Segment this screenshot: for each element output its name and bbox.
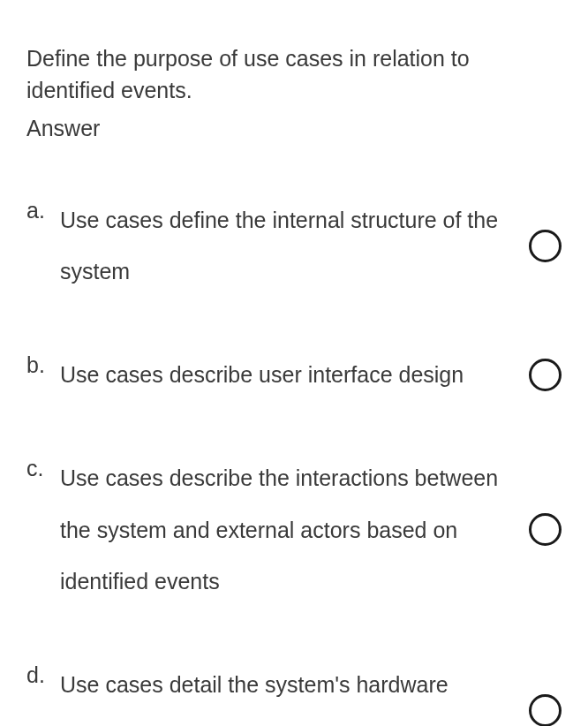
option-a-radio[interactable] [529,230,562,262]
option-c-letter: c. [26,452,60,486]
option-a-letter: a. [26,194,60,228]
option-c-content: c. Use cases describe the interactions b… [26,452,529,608]
header-partial-text [26,0,562,7]
option-c-row[interactable]: c. Use cases describe the interactions b… [26,452,562,608]
question-text: Define the purpose of use cases in relat… [26,42,562,107]
option-d-letter: d. [26,659,60,692]
option-d-radio[interactable] [529,694,562,726]
option-a-text: Use cases define the internal structure … [60,194,511,299]
option-b-content: b. Use cases describe user interface des… [26,349,529,401]
option-a-row[interactable]: a. Use cases define the internal structu… [26,194,562,299]
option-b-text: Use cases describe user interface design [60,349,511,401]
option-d-content: d. Use cases detail the system's hardwar… [26,659,529,726]
option-d-text: Use cases detail the system's hardware c… [60,659,511,726]
option-c-text: Use cases describe the interactions betw… [60,452,511,608]
option-b-row[interactable]: b. Use cases describe user interface des… [26,349,562,401]
answer-label: Answer [26,116,562,141]
option-b-radio[interactable] [529,359,562,391]
option-c-radio[interactable] [529,513,562,546]
option-d-row[interactable]: d. Use cases detail the system's hardwar… [26,659,562,726]
option-a-content: a. Use cases define the internal structu… [26,194,529,299]
option-b-letter: b. [26,349,60,382]
